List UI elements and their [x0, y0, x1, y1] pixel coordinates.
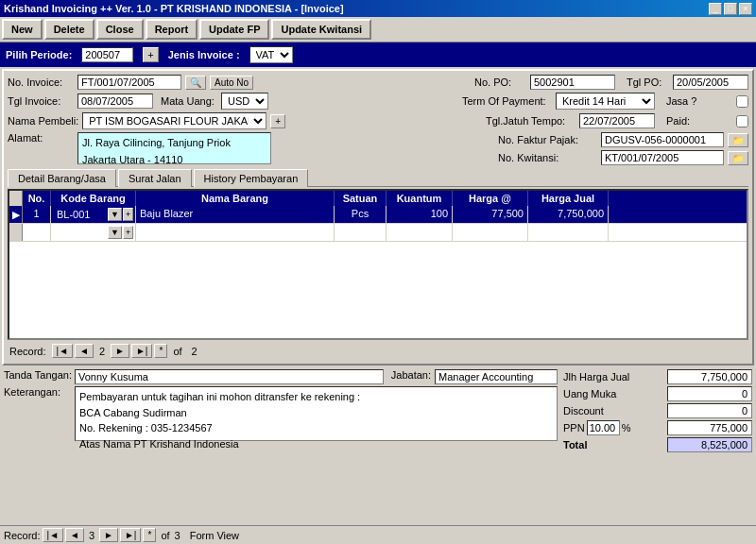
window-controls: _ □ × [709, 3, 752, 15]
tgl-po-input[interactable] [673, 75, 748, 90]
no-faktur-input[interactable] [601, 132, 724, 147]
cell-kode[interactable]: ▼ + [51, 206, 136, 223]
kode-input2[interactable] [55, 226, 107, 239]
alamat-label: Alamat: [8, 132, 74, 144]
tab-detail[interactable]: Detail Barang/Jasa [8, 169, 116, 187]
paid-checkbox[interactable] [736, 115, 748, 128]
alamat-line2: Jakarta Utara - 14110 [82, 152, 266, 169]
period-input[interactable] [81, 47, 133, 62]
minimize-btn[interactable]: _ [709, 3, 722, 15]
header-satuan: Satuan [335, 191, 387, 206]
report-button[interactable]: Report [146, 19, 198, 40]
update-fp-button[interactable]: Update FP [199, 19, 269, 40]
keterangan-box[interactable]: Pembayaran untuk tagihan ini mohon ditra… [75, 386, 558, 441]
ppn-value: 775,000 [667, 420, 752, 435]
kode-add-btn[interactable]: + [123, 208, 133, 221]
uang-muka-value: 0 [667, 386, 752, 401]
status-nav-first[interactable]: |◄ [43, 528, 64, 542]
kwitansi-btn[interactable]: 📁 [728, 151, 748, 165]
status-record-label: Record: [4, 530, 41, 541]
no-po-input[interactable] [530, 75, 615, 90]
cell-nama: Baju Blazer [136, 206, 335, 223]
header-hargajual: Harga Jual [528, 191, 609, 206]
kode-down-btn2[interactable]: ▼ [108, 226, 122, 239]
discount-row: Discount 0 [563, 403, 752, 418]
tanda-tangan-input[interactable] [75, 369, 384, 384]
cell-no2 [23, 224, 51, 241]
tgl-invoice-input[interactable] [77, 94, 153, 109]
tab-surat[interactable]: Surat Jalan [118, 169, 192, 187]
cell-harga: 77,500 [453, 206, 528, 223]
term-select[interactable]: Kredit 14 Hari [556, 93, 655, 110]
keterangan-row: Keterangan: Pembayaran untuk tagihan ini… [4, 386, 558, 441]
table-row[interactable]: ▼ + [9, 224, 747, 242]
kode-input[interactable] [55, 208, 107, 221]
no-faktur-row: No. Faktur Pajak: 📁 [498, 132, 748, 147]
nav-next-btn[interactable]: ► [111, 344, 129, 358]
search-invoice-btn[interactable]: 🔍 [185, 76, 206, 90]
nav-add-btn[interactable]: * [154, 344, 167, 358]
tgl-row: Tgl Invoice: Mata Uang: USD Term Of Paym… [8, 93, 748, 110]
status-current: 3 [89, 530, 94, 541]
tgl-invoice-label: Tgl Invoice: [8, 95, 74, 107]
nav-of: of [173, 346, 181, 357]
delete-button[interactable]: Delete [44, 19, 94, 40]
cell-hargajual2 [528, 224, 609, 241]
nav-prev-btn[interactable]: ◄ [75, 344, 94, 358]
ppn-rate-input[interactable] [587, 420, 620, 435]
jenis-select[interactable]: VAT [249, 46, 293, 63]
row-arrow2 [9, 224, 23, 241]
tgl-jatuh-input[interactable] [579, 113, 655, 128]
keterangan-line2: BCA Cabang Sudirman [79, 405, 553, 421]
faktur-btn[interactable]: 📁 [728, 133, 748, 147]
no-kwitansi-row: No. Kwitansi: 📁 [498, 150, 748, 165]
kode-down-btn[interactable]: ▼ [108, 208, 122, 221]
uang-muka-label: Uang Muka [563, 388, 616, 400]
tgl-po-label: Tgl PO: [627, 76, 669, 88]
auto-no-btn[interactable]: Auto No [210, 76, 253, 90]
ppn-row: PPN % 775,000 [563, 420, 752, 435]
menu-bar: New Delete Close Report Update FP Update… [0, 17, 756, 42]
header-kode: Kode Barang [51, 191, 136, 206]
nav-last-btn[interactable]: ►| [131, 344, 153, 358]
jabatan-input[interactable] [435, 369, 558, 384]
update-kwitansi-button[interactable]: Update Kwitansi [271, 19, 371, 40]
mata-uang-select[interactable]: USD [221, 93, 268, 110]
close-btn[interactable]: × [739, 3, 752, 15]
status-nav-last[interactable]: ►| [120, 528, 142, 542]
header-nama: Nama Barang [136, 191, 335, 206]
invoice-row: No. Invoice: 🔍 Auto No No. PO: Tgl PO: [8, 75, 748, 90]
cell-no: 1 [23, 206, 51, 223]
status-nav-prev[interactable]: ◄ [65, 528, 84, 542]
jasa-checkbox[interactable] [736, 95, 748, 108]
tab-history[interactable]: History Pembayaran [194, 169, 309, 187]
table-row[interactable]: ▶ 1 ▼ + Baju Blazer Pcs 100 77,500 7,750… [9, 206, 747, 224]
nama-row: Nama Pembeli: PT ISM BOGASARI FLOUR JAKA… [8, 112, 748, 129]
period-plus-btn[interactable]: + [143, 47, 158, 62]
maximize-btn[interactable]: □ [724, 3, 737, 15]
header-harga: Harga @ [453, 191, 528, 206]
no-invoice-input[interactable] [77, 75, 181, 90]
no-faktur-label: No. Faktur Pajak: [498, 134, 597, 145]
cell-hargajual: 7,750,000 [528, 206, 609, 223]
no-kwitansi-input[interactable] [601, 150, 724, 165]
no-invoice-label: No. Invoice: [8, 76, 74, 88]
new-button[interactable]: New [2, 19, 43, 40]
add-pembeli-btn[interactable]: + [270, 114, 285, 128]
nama-pembeli-select[interactable]: PT ISM BOGASARI FLOUR JAKARTA [82, 112, 266, 129]
bottom-section: Tanda Tangan: Jabatan: Keterangan: Pemba… [2, 367, 754, 456]
cell-kode2[interactable]: ▼ + [51, 224, 136, 241]
cell-kuantum2 [387, 224, 453, 241]
totals-section: Jlh Harga Jual 7,750,000 Uang Muka 0 Dis… [563, 369, 752, 454]
nav-first-btn[interactable]: |◄ [52, 344, 74, 358]
status-nav-next[interactable]: ► [99, 528, 118, 542]
alamat-row: Alamat: Jl. Raya Cilincing, Tanjung Prio… [8, 132, 748, 165]
close-button[interactable]: Close [96, 19, 144, 40]
status-total: 3 [175, 530, 180, 541]
kode-add-btn2[interactable]: + [123, 226, 133, 239]
jabatan-label: Jabatan: [391, 369, 431, 381]
period-label: Pilih Periode: [6, 49, 72, 60]
status-nav-add[interactable]: * [143, 528, 156, 542]
paid-label: Paid: [666, 115, 732, 127]
tanda-tangan-label: Tanda Tangan: [4, 369, 75, 381]
